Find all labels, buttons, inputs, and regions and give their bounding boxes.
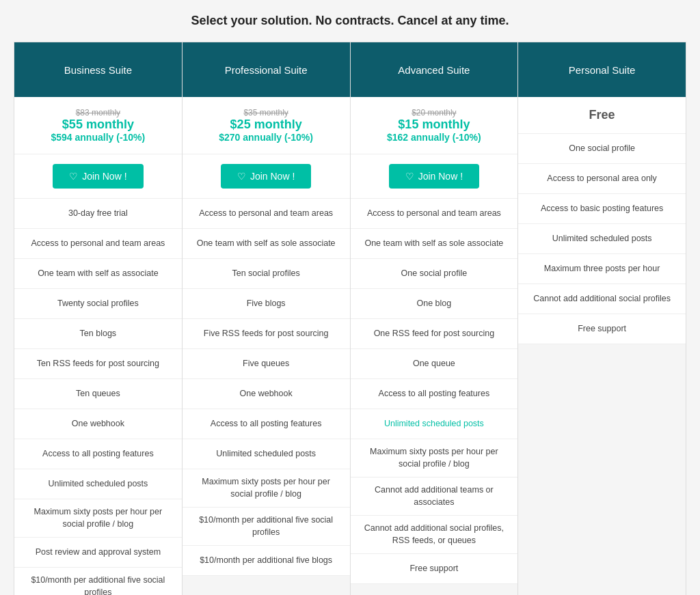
header-business: Business Suite bbox=[14, 42, 182, 97]
feature-row-business-1: Access to personal and team areas bbox=[14, 229, 182, 259]
feature-row-personal-4: Maximum three posts per hour bbox=[518, 254, 686, 284]
join-btn-label-advanced: Join Now ! bbox=[418, 171, 463, 182]
price-annually-business: $594 annually (-10%) bbox=[21, 132, 175, 143]
price-annually-advanced: $162 annually (-10%) bbox=[358, 132, 511, 143]
join-btn-label-business: Join Now ! bbox=[82, 171, 126, 182]
price-annually-professional: $270 annually (-10%) bbox=[189, 132, 343, 143]
feature-row-professional-5: Five queues bbox=[183, 349, 350, 379]
feature-row-personal-5: Cannot add additional social profiles bbox=[518, 284, 686, 314]
btn-section-business: ♡Join Now ! bbox=[14, 154, 182, 199]
price-section-business: $83 monthly$55 monthly$594 annually (-10… bbox=[14, 97, 182, 154]
feature-row-professional-11: $10/month per additional five blogs bbox=[183, 546, 350, 576]
price-monthly-business: $55 monthly bbox=[21, 117, 175, 132]
join-btn-professional[interactable]: ♡Join Now ! bbox=[221, 164, 311, 189]
feature-row-advanced-2: One social profile bbox=[351, 259, 518, 289]
col-business: Business Suite$83 monthly$55 monthly$594… bbox=[14, 42, 183, 595]
price-monthly-advanced: $15 monthly bbox=[358, 117, 511, 132]
price-original-professional: $35 monthly bbox=[189, 108, 343, 117]
feature-row-advanced-7: Unlimited scheduled posts bbox=[351, 409, 518, 439]
feature-row-business-10: Maximum sixty posts per hour per social … bbox=[14, 499, 182, 538]
price-original-business: $83 monthly bbox=[21, 108, 175, 117]
feature-row-business-5: Ten RSS feeds for post sourcing bbox=[14, 349, 182, 379]
col-personal: Personal SuiteFreeOne social profileAcce… bbox=[518, 42, 686, 595]
feature-row-advanced-0: Access to personal and team areas bbox=[351, 199, 518, 229]
feature-row-personal-1: Access to personal area only bbox=[518, 164, 686, 194]
feature-row-professional-0: Access to personal and team areas bbox=[183, 199, 350, 229]
join-btn-business[interactable]: ♡Join Now ! bbox=[53, 164, 143, 189]
feature-row-business-0: 30-day free trial bbox=[14, 199, 182, 229]
price-section-professional: $35 monthly$25 monthly$270 annually (-10… bbox=[183, 97, 350, 154]
feature-row-advanced-1: One team with self as sole associate bbox=[351, 229, 518, 259]
feature-row-personal-0: One social profile bbox=[518, 134, 686, 164]
feature-row-business-9: Unlimited scheduled posts bbox=[14, 469, 182, 499]
feature-row-professional-8: Unlimited scheduled posts bbox=[183, 439, 350, 469]
heart-icon: ♡ bbox=[69, 171, 78, 182]
feature-row-professional-1: One team with self as sole associate bbox=[183, 229, 350, 259]
btn-section-advanced: ♡Join Now ! bbox=[351, 154, 518, 199]
header-personal: Personal Suite bbox=[518, 42, 686, 97]
feature-row-business-6: Ten queues bbox=[14, 379, 182, 409]
pricing-table: Business Suite$83 monthly$55 monthly$594… bbox=[14, 42, 686, 595]
page-title: Select your solution. No contracts. Canc… bbox=[14, 14, 686, 28]
feature-row-professional-7: Access to all posting features bbox=[183, 409, 350, 439]
price-free-personal: Free bbox=[525, 108, 679, 122]
feature-row-personal-3: Unlimited scheduled posts bbox=[518, 224, 686, 254]
feature-row-business-4: Ten blogs bbox=[14, 319, 182, 349]
heart-icon: ♡ bbox=[405, 171, 414, 182]
header-professional: Professional Suite bbox=[183, 42, 350, 97]
feature-row-professional-9: Maximum sixty posts per hour per social … bbox=[183, 469, 350, 508]
feature-row-advanced-11: Free support bbox=[351, 554, 518, 584]
feature-row-personal-6: Free support bbox=[518, 314, 686, 344]
feature-row-professional-6: One webhook bbox=[183, 379, 350, 409]
feature-row-professional-2: Ten social profiles bbox=[183, 259, 350, 289]
feature-row-business-8: Access to all posting features bbox=[14, 439, 182, 469]
feature-row-advanced-10: Cannot add additional social profiles, R… bbox=[351, 516, 518, 554]
feature-row-advanced-6: Access to all posting features bbox=[351, 379, 518, 409]
feature-row-business-3: Twenty social profiles bbox=[14, 289, 182, 319]
feature-row-professional-4: Five RSS feeds for post sourcing bbox=[183, 319, 350, 349]
price-section-personal: Free bbox=[518, 97, 686, 134]
header-advanced: Advanced Suite bbox=[351, 42, 518, 97]
feature-row-advanced-9: Cannot add additional teams or associate… bbox=[351, 478, 518, 516]
heart-icon: ♡ bbox=[237, 171, 246, 182]
feature-row-advanced-4: One RSS feed for post sourcing bbox=[351, 319, 518, 349]
feature-row-advanced-5: One queue bbox=[351, 349, 518, 379]
price-original-advanced: $20 monthly bbox=[358, 108, 511, 117]
feature-row-advanced-8: Maximum sixty posts per hour per social … bbox=[351, 439, 518, 478]
price-section-advanced: $20 monthly$15 monthly$162 annually (-10… bbox=[351, 97, 518, 154]
col-advanced: Advanced Suite$20 monthly$15 monthly$162… bbox=[351, 42, 519, 595]
feature-row-business-2: One team with self as associate bbox=[14, 259, 182, 289]
col-professional: Professional Suite$35 monthly$25 monthly… bbox=[183, 42, 351, 595]
price-monthly-professional: $25 monthly bbox=[189, 117, 343, 132]
feature-row-professional-3: Five blogs bbox=[183, 289, 350, 319]
feature-row-business-7: One webhook bbox=[14, 409, 182, 439]
feature-row-personal-2: Access to basic posting features bbox=[518, 194, 686, 224]
feature-row-professional-10: $10/month per additional five social pro… bbox=[183, 508, 350, 546]
join-btn-advanced[interactable]: ♡Join Now ! bbox=[389, 164, 479, 189]
feature-row-advanced-3: One blog bbox=[351, 289, 518, 319]
feature-row-business-12: $10/month per additional five social pro… bbox=[14, 568, 182, 595]
btn-section-professional: ♡Join Now ! bbox=[183, 154, 350, 199]
feature-row-business-11: Post review and approval system bbox=[14, 538, 182, 568]
join-btn-label-professional: Join Now ! bbox=[250, 171, 295, 182]
